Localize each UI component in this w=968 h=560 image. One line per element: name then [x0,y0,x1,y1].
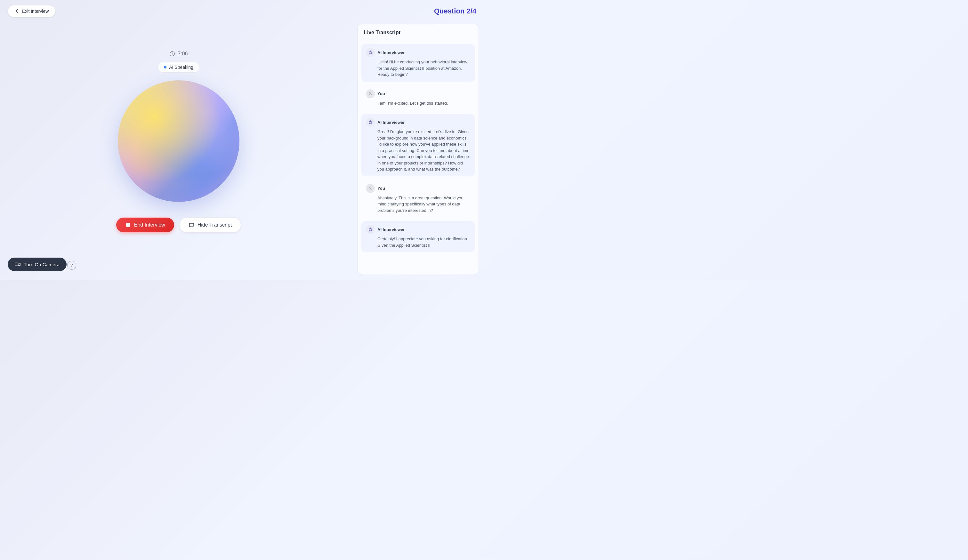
header: Exit Interview Question 2/4 [0,0,484,22]
ai-orb [118,80,239,202]
transcript-panel: Live Transcript AI InterviewerHello! I'l… [357,24,479,275]
avatar-ai [366,118,375,127]
svg-point-4 [371,53,371,53]
transcript-messages[interactable]: AI InterviewerHello! I'll be conducting … [358,40,479,275]
stop-icon [125,222,131,228]
svg-rect-12 [369,229,372,231]
message-sender: You [377,91,385,96]
exit-interview-label: Exit Interview [22,8,49,14]
speaking-indicator-dot [164,66,166,68]
help-icon: ? [70,263,73,268]
transcript-header: Live Transcript [358,24,479,40]
message-item: YouI am. I'm excited. Let's get this sta… [361,85,475,110]
end-interview-button[interactable]: End Interview [116,218,174,232]
question-counter: Question 2/4 [434,7,476,15]
message-text: Hello! I'll be conducting your behaviora… [366,59,470,78]
svg-rect-1 [126,223,130,227]
clock-icon [169,51,175,56]
main-area: 7:06 AI Speaking End Interview Hide Tran… [0,22,484,280]
timer-value: 7:06 [177,51,187,56]
exit-interview-button[interactable]: Exit Interview [8,5,55,17]
avatar-user [366,89,375,98]
svg-point-15 [370,227,371,228]
avatar-ai [366,48,375,57]
svg-rect-16 [15,263,19,266]
svg-rect-2 [369,52,372,54]
svg-point-6 [370,92,371,94]
message-item: AI InterviewerCertainly! I appreciate yo… [361,221,475,252]
chat-icon [189,222,194,228]
svg-point-14 [371,229,371,230]
camera-label: Turn On Camera [24,262,60,267]
arrow-left-icon [15,8,20,14]
turn-on-camera-button[interactable]: Turn On Camera [8,258,66,271]
message-text: Great! I'm glad you're excited. Let's di… [366,129,470,172]
message-sender: AI Interviewer [377,50,404,55]
ai-speaking-label: AI Speaking [169,65,193,70]
message-sender: You [377,186,385,191]
avatar-user [366,184,375,193]
message-item: AI InterviewerGreat! I'm glad you're exc… [361,114,475,176]
svg-point-3 [370,53,370,53]
svg-point-13 [370,229,370,230]
center-content: 7:06 AI Speaking End Interview Hide Tran… [0,22,357,280]
avatar-ai [366,225,375,234]
message-text: Certainly! I appreciate you asking for c… [366,236,470,249]
svg-point-9 [371,122,371,123]
svg-point-10 [370,120,371,121]
svg-point-11 [370,187,371,189]
svg-rect-7 [369,122,372,124]
message-item: YouAbsolutely. This is a great question.… [361,180,475,218]
timer-container: 7:06 [169,51,187,56]
message-text: Absolutely. This is a great question. Wo… [366,195,470,214]
bottom-controls: End Interview Hide Transcript [116,217,241,233]
message-item: AI InterviewerHello! I'll be conducting … [361,44,475,81]
camera-icon [15,262,20,267]
hide-transcript-button[interactable]: Hide Transcript [179,217,241,233]
help-button[interactable]: ? [67,261,76,270]
end-interview-label: End Interview [134,222,165,228]
svg-point-8 [370,122,370,123]
message-text: I am. I'm excited. Let's get this starte… [366,100,470,106]
ai-speaking-badge: AI Speaking [158,62,199,73]
svg-point-5 [370,51,371,51]
hide-transcript-label: Hide Transcript [197,222,232,228]
message-sender: AI Interviewer [377,227,404,232]
message-sender: AI Interviewer [377,120,404,125]
